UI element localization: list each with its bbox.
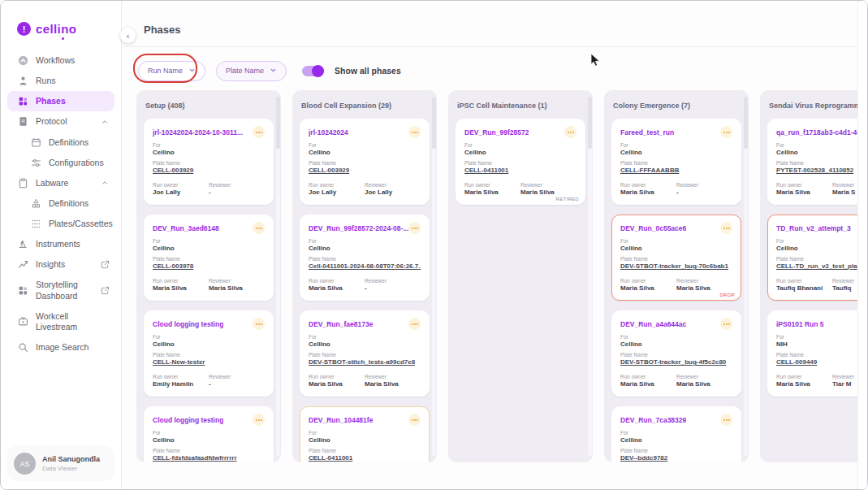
- phase-card[interactable]: DEV_Run_104481feForCellinoPlate NameCELL…: [300, 406, 430, 462]
- card-menu-button[interactable]: [408, 318, 421, 330]
- plate-name-link[interactable]: CELL-FFFAAABBB: [620, 167, 732, 174]
- card-menu-button[interactable]: [564, 126, 577, 138]
- for-label: For: [776, 238, 867, 244]
- reviewer-label: Reviewer: [676, 182, 732, 188]
- protocol-icon: [18, 116, 28, 127]
- phase-card[interactable]: DEV_Run_3aed6148ForCellinoPlate NameCELL…: [144, 215, 274, 301]
- plate-name-link[interactable]: CELL-003978: [153, 262, 265, 270]
- plate-name-link[interactable]: CELL-003929: [153, 167, 265, 174]
- card-title: TD_Run_v2_attempt_3: [776, 224, 851, 232]
- card-menu-button[interactable]: [720, 414, 732, 426]
- card-title: DEV_Run_99f28572: [464, 128, 529, 137]
- sidebar-item-storytelling-dashboard[interactable]: Storytelling Dashboard: [7, 275, 114, 306]
- card-list: Fareed_test_runForCellinoPlate NameCELL-…: [611, 119, 741, 462]
- column-scrollbar[interactable]: [588, 97, 592, 456]
- card-menu-button[interactable]: [408, 126, 421, 138]
- reviewer-label: Reviewer: [676, 278, 732, 284]
- reviewer-value: Maria Silva: [520, 189, 577, 196]
- show-all-phases-toggle[interactable]: [302, 66, 324, 76]
- sidebar-item-label: Storytelling Dashboard: [36, 280, 93, 301]
- sidebar-collapse-button[interactable]: ‹: [120, 28, 136, 43]
- plate-name-label: Plate Name: [153, 448, 265, 453]
- phase-card[interactable]: jrl-10242024-2024-10-3011...ForCellinoPl…: [144, 119, 274, 205]
- run-owner-label: Run owner: [309, 278, 365, 284]
- sidebar-item-definitions[interactable]: Definitions: [7, 193, 114, 214]
- run-owner-value: Maria Silva: [153, 284, 209, 292]
- phase-card[interactable]: TD_Run_v2_attempt_3ForCellinoPlate NameC…: [767, 215, 867, 301]
- plate-name-link[interactable]: DEV-STBOT-tracker_bug-70c6bab1: [620, 262, 732, 270]
- run-owner-value: Maria Silva: [464, 189, 520, 196]
- card-menu-button[interactable]: [720, 126, 732, 138]
- plate-name-link[interactable]: Cell-0411001-2024-08-08T07:06:26.7...: [309, 262, 421, 270]
- plate-name-label: Plate Name: [620, 448, 732, 453]
- sidebar-item-workcell-livestream[interactable]: Workcell Livestream: [7, 306, 114, 337]
- phase-card[interactable]: DEV_Run_99f28572-2024-08-...ForCellinoPl…: [300, 215, 430, 301]
- sidebar-item-workflows[interactable]: Workflows: [7, 50, 114, 71]
- plate-name-link[interactable]: CELL-New-tester: [153, 358, 265, 366]
- for-value: Cellino: [153, 340, 265, 348]
- plate-name-link[interactable]: DEV--bddc9782: [620, 454, 732, 462]
- window-scroll-gutter[interactable]: [857, 1, 867, 489]
- card-menu-button[interactable]: [253, 126, 265, 138]
- phase-card[interactable]: Cloud logging testingForCellinoPlate Nam…: [144, 406, 274, 462]
- chevron-up-icon[interactable]: [100, 117, 110, 127]
- plate-name-filter[interactable]: Plate Name: [216, 61, 287, 81]
- sidebar-item-protocol[interactable]: Protocol: [7, 111, 114, 132]
- column-header: Sendai Virus Reprogramming: [767, 98, 867, 119]
- reviewer-label: Reviewer: [365, 182, 421, 188]
- column-scrollbar[interactable]: [276, 97, 280, 456]
- user-card[interactable]: AS Anil Sanugondla Data Viewer: [7, 446, 114, 481]
- card-menu-button[interactable]: [253, 318, 265, 330]
- plate-name-link[interactable]: CELL-009449: [776, 358, 867, 366]
- card-menu-button[interactable]: [253, 414, 265, 426]
- phase-card[interactable]: DEV_Run_7ca38329ForCellinoPlate NameDEV-…: [611, 406, 741, 462]
- card-title: DEV_Run_99f28572-2024-08-...: [309, 224, 408, 232]
- plate-name-link[interactable]: CELL-003929: [309, 167, 421, 174]
- sidebar-item-definitions[interactable]: Definitions: [7, 132, 114, 153]
- plate-name-link[interactable]: PYTEST-002528_4110852: [776, 167, 867, 174]
- column-ipsc-cell-maintenance: iPSC Cell Maintenance (1)DEV_Run_99f2857…: [448, 90, 593, 462]
- plate-name-link[interactable]: CELL-TD_run_v2_test_pla: [776, 262, 867, 270]
- for-value: Cellino: [309, 149, 421, 156]
- phase-card[interactable]: DEV_Run_a4a644acForCellinoPlate NameDEV-…: [611, 310, 741, 397]
- card-menu-button[interactable]: [408, 222, 421, 234]
- phase-card[interactable]: DEV_Run_99f28572ForCellinoPlate NameCELL…: [456, 119, 585, 205]
- plate-name-filter-label: Plate Name: [226, 67, 264, 75]
- column-scrollbar[interactable]: [432, 97, 436, 456]
- sidebar-item-phases[interactable]: Phases: [7, 91, 114, 111]
- calendar-icon: [31, 137, 41, 148]
- column-scrollbar[interactable]: [744, 97, 748, 456]
- for-label: For: [776, 142, 867, 148]
- plate-name-link[interactable]: CELL-0411001: [464, 167, 577, 174]
- sidebar-item-instruments[interactable]: Instruments: [7, 234, 114, 254]
- card-menu-button[interactable]: [253, 222, 265, 234]
- card-list: jrl-10242024-2024-10-3011...ForCellinoPl…: [144, 119, 274, 462]
- chevron-up-icon[interactable]: [100, 178, 110, 188]
- sidebar-item-label: Labware: [36, 178, 68, 189]
- for-value: Cellino: [153, 149, 265, 156]
- run-name-filter[interactable]: Run Name: [138, 61, 205, 81]
- card-menu-button[interactable]: [720, 222, 732, 234]
- app-window: ! cellino WorkflowsRunsPhasesProtocolDef…: [0, 0, 868, 490]
- sidebar-item-image-search[interactable]: Image Search: [7, 337, 114, 358]
- card-list: jrl-10242024ForCellinoPlate NameCELL-003…: [300, 119, 430, 462]
- sidebar-item-runs[interactable]: Runs: [7, 71, 114, 91]
- sidebar-item-insights[interactable]: Insights: [7, 254, 114, 275]
- phase-card[interactable]: DEV_Run_0c55ace6ForCellinoPlate NameDEV-…: [611, 215, 741, 301]
- plate-name-link[interactable]: CELL-0411001: [309, 454, 421, 462]
- card-menu-button[interactable]: [408, 414, 421, 426]
- phase-card[interactable]: qa_run_f1718ab3-c4d1-4eForCellinoPlate N…: [767, 119, 867, 205]
- phase-card[interactable]: DEV_Run_fae8173eForCellinoPlate NameDEV-…: [300, 310, 430, 397]
- sidebar-item-labware[interactable]: Labware: [7, 173, 114, 193]
- phase-card[interactable]: Fareed_test_runForCellinoPlate NameCELL-…: [611, 119, 741, 205]
- sidebar-item-plates-cassettes[interactable]: Plates/Cassettes: [7, 214, 114, 234]
- phase-card[interactable]: Cloud logging testingForCellinoPlate Nam…: [144, 310, 274, 397]
- phase-card[interactable]: jrl-10242024ForCellinoPlate NameCELL-003…: [300, 119, 430, 205]
- plate-name-link[interactable]: DEV-STBOT-stitch_tests-a99cd7e8: [309, 358, 421, 366]
- reviewer-value: Maria Silva: [676, 380, 732, 388]
- sidebar-item-configurations[interactable]: Configurations: [7, 153, 114, 173]
- plate-name-link[interactable]: DEV-STBOT-tracker_bug-4f5c2c80: [620, 358, 732, 366]
- card-menu-button[interactable]: [720, 318, 732, 330]
- plate-name-link[interactable]: CELL-fdsfdsafasdfdwfrrrrrr: [153, 454, 265, 462]
- phase-card[interactable]: iPS0101 Run 5ForNIHPlate NameCELL-009449…: [767, 310, 867, 397]
